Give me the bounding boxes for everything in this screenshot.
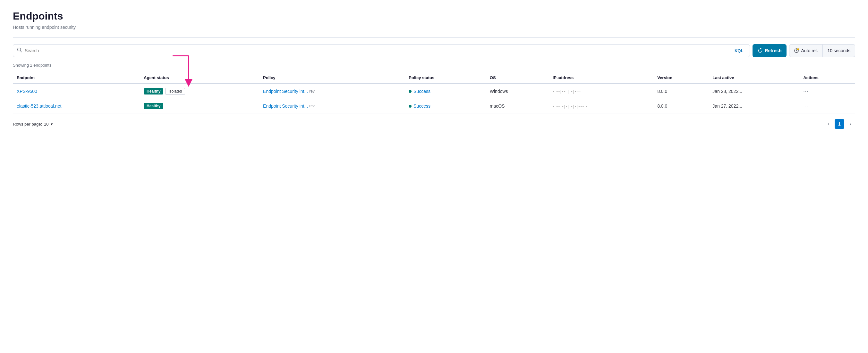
status-badges: Healthy Isolated [144, 88, 255, 95]
page-title: Endpoints [13, 10, 855, 22]
policy-cell-inner: Endpoint Security int... rev. [263, 89, 401, 94]
table-header-row: Endpoint Agent status Policy Policy stat… [13, 72, 855, 83]
autoref-label: Auto ref. [801, 48, 818, 53]
healthy-badge: Healthy [144, 88, 163, 95]
arrow-container: Healthy Isolated [144, 88, 255, 95]
policy-status-cell: Success [405, 83, 486, 99]
endpoint-link[interactable]: elastic-523.attlocal.net [17, 103, 61, 109]
col-policy: Policy [259, 72, 405, 83]
next-page-button[interactable]: › [845, 119, 855, 129]
agent-status-cell: Healthy Isolated [140, 83, 259, 99]
endpoint-cell: XPS-9500 [13, 83, 140, 99]
col-version: Version [653, 72, 709, 83]
autoref-button[interactable]: ! Auto ref. [789, 44, 823, 57]
rows-per-page-label: Rows per page: [13, 122, 42, 127]
refresh-label: Refresh [765, 48, 781, 53]
actions-menu-icon[interactable]: ··· [803, 89, 808, 94]
ip-cell: ▪ ▪▪|▪▪ | ▪|▪— [549, 83, 653, 99]
isolated-badge: Isolated [165, 88, 185, 95]
ip-redacted: ▪ ▪▪|▪▪ | ▪|▪— [553, 90, 581, 94]
version-cell: 8.0.0 [653, 99, 709, 113]
policy-cell-inner: Endpoint Security int... rev. [263, 103, 401, 109]
rev-text: rev. [309, 104, 315, 108]
status-badges: Healthy [144, 103, 255, 109]
version-cell: 8.0.0 [653, 83, 709, 99]
col-last-active: Last active [709, 72, 799, 83]
page-subtitle: Hosts running endpoint security [13, 25, 855, 30]
actions-cell: ··· [799, 83, 855, 99]
healthy-badge: Healthy [144, 103, 163, 109]
pagination: ‹ 1 › [824, 119, 855, 129]
ip-cell: ▪ ▪▪ ▪|▪| ▪|▪|▪▪▪ ▪ [549, 99, 653, 113]
section-divider [13, 37, 855, 38]
annotation-arrow [169, 52, 208, 91]
policy-cell: Endpoint Security int... rev. [259, 99, 405, 113]
policy-cell: Endpoint Security int... rev. [259, 83, 405, 99]
current-page[interactable]: 1 [835, 119, 844, 129]
col-os: OS [486, 72, 549, 83]
autoref-group: ! Auto ref. 10 seconds [789, 44, 855, 57]
policy-status-link[interactable]: Success [413, 103, 431, 109]
refresh-button[interactable]: Refresh [752, 44, 786, 57]
search-input[interactable] [25, 48, 732, 53]
col-agent-status: Agent status [140, 72, 259, 83]
policy-status-inner: Success [409, 89, 482, 94]
policy-link[interactable]: Endpoint Security int... [263, 103, 308, 109]
table-row: elastic-523.attlocal.net Healthy Endpoin… [13, 99, 855, 113]
policy-link[interactable]: Endpoint Security int... [263, 89, 308, 94]
col-ip-address: IP address [549, 72, 653, 83]
endpoint-cell: elastic-523.attlocal.net [13, 99, 140, 113]
ip-redacted: ▪ ▪▪ ▪|▪| ▪|▪|▪▪▪ ▪ [553, 104, 588, 109]
col-policy-status: Policy status [405, 72, 486, 83]
rows-per-page-value: 10 [44, 122, 49, 127]
kql-button[interactable]: KQL [732, 48, 746, 53]
search-bar-container: KQL [13, 44, 750, 57]
rows-per-page[interactable]: Rows per page: 10 ▾ [13, 122, 53, 127]
success-dot [409, 105, 411, 108]
actions-menu-icon[interactable]: ··· [803, 103, 808, 109]
endpoints-table: Endpoint Agent status Policy Policy stat… [13, 72, 855, 113]
success-dot [409, 90, 411, 93]
policy-status-cell: Success [405, 99, 486, 113]
col-endpoint: Endpoint [13, 72, 140, 83]
svg-line-1 [21, 51, 22, 52]
search-icon [17, 47, 22, 54]
toolbar: KQL Refresh ! Auto ref. 10 seconds [13, 44, 855, 57]
last-active-cell: Jan 27, 2022... [709, 99, 799, 113]
table-footer: Rows per page: 10 ▾ ‹ 1 › [13, 119, 855, 129]
last-active-cell: Jan 28, 2022... [709, 83, 799, 99]
chevron-down-icon: ▾ [51, 122, 53, 127]
col-actions: Actions [799, 72, 855, 83]
os-cell: macOS [486, 99, 549, 113]
os-cell: Windows [486, 83, 549, 99]
interval-button[interactable]: 10 seconds [823, 44, 855, 57]
showing-count: Showing 2 endpoints [13, 63, 855, 68]
policy-status-link[interactable]: Success [413, 89, 431, 94]
interval-label: 10 seconds [827, 48, 850, 53]
agent-status-cell: Healthy [140, 99, 259, 113]
endpoint-link[interactable]: XPS-9500 [17, 89, 37, 94]
rev-text: rev. [309, 89, 315, 94]
actions-cell: ··· [799, 99, 855, 113]
table-row: XPS-9500 [13, 83, 855, 99]
prev-page-button[interactable]: ‹ [824, 119, 833, 129]
policy-status-inner: Success [409, 103, 482, 109]
